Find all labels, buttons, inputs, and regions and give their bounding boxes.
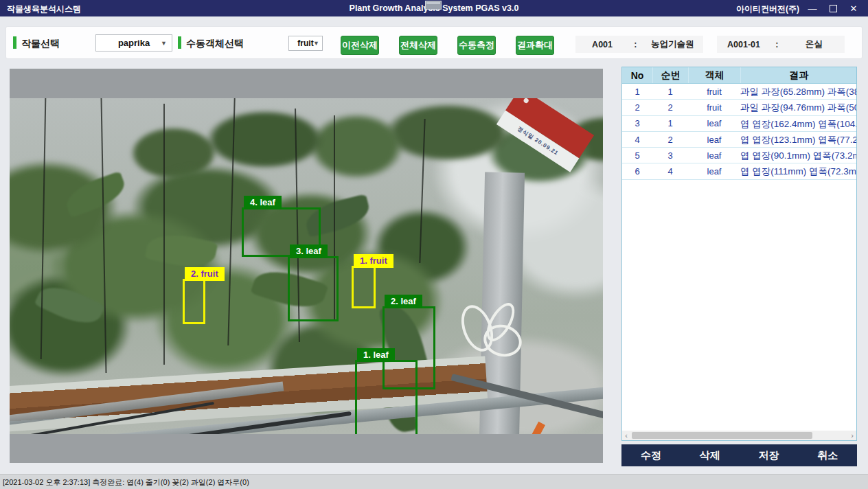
image-letterbox-top bbox=[10, 69, 603, 98]
status-bar: [2021-03-02 오후 2:37:13] 측정완료: 엽(4) 줄기(0)… bbox=[0, 474, 868, 489]
maximize-icon[interactable] bbox=[823, 0, 843, 16]
chevron-down-icon: ▼ bbox=[313, 40, 319, 47]
manual-object-value: fruit bbox=[297, 38, 313, 48]
site-code: A001 bbox=[575, 40, 629, 49]
cell-seq: 2 bbox=[652, 132, 688, 147]
image-letterbox-bottom bbox=[10, 434, 603, 463]
detection-label: 2. fruit bbox=[185, 267, 225, 281]
room-code: A001-01 bbox=[717, 40, 770, 49]
cell-no: 5 bbox=[622, 148, 652, 163]
detection-box-fruit-2[interactable]: 2. fruit bbox=[183, 279, 205, 324]
detection-label: 1. leaf bbox=[357, 348, 395, 362]
room-separator: : bbox=[770, 40, 784, 49]
table-row[interactable]: 6 4 leaf 엽 엽장(111mm) 엽폭(72.3mm) bbox=[622, 163, 856, 179]
table-row[interactable]: 5 3 leaf 엽 엽장(90.1mm) 엽폭(73.2mm) bbox=[622, 148, 856, 163]
window-controls: — ✕ bbox=[802, 0, 864, 16]
scroll-right-icon[interactable]: › bbox=[848, 431, 856, 440]
results-table-header: No 순번 객체 결과 bbox=[622, 67, 856, 84]
delete-previous-button[interactable]: 이전삭제 bbox=[341, 36, 379, 55]
cell-result: 과일 과장(65.28mm) 과폭(38.08mm) bbox=[740, 84, 856, 99]
table-row[interactable]: 4 2 leaf 엽 엽장(123.1mm) 엽폭(77.2mm) bbox=[622, 132, 856, 148]
horizontal-scrollbar[interactable]: ‹ › bbox=[622, 431, 856, 440]
header-no: No bbox=[622, 67, 652, 83]
cell-seq: 1 bbox=[652, 84, 688, 99]
support-string bbox=[163, 104, 165, 365]
cell-no: 2 bbox=[622, 100, 652, 115]
cell-object: leaf bbox=[688, 132, 740, 147]
crop-select-dropdown[interactable]: paprika ▼ bbox=[95, 34, 172, 52]
table-row[interactable]: 1 1 fruit 과일 과장(65.28mm) 과폭(38.08mm) bbox=[622, 84, 856, 100]
results-table: No 순번 객체 결과 1 1 fruit 과일 과장(65.28mm) 과폭(… bbox=[621, 67, 857, 441]
app-window: 작물생육분석시스템 Plant Growth Analysis System P… bbox=[0, 0, 868, 489]
site-separator: : bbox=[629, 40, 642, 49]
site-info-box: A001 : 농업기술원 bbox=[575, 36, 703, 53]
accent-bar bbox=[178, 36, 181, 49]
manual-object-label: 수동객체선택 bbox=[186, 38, 244, 50]
scroll-left-icon[interactable]: ‹ bbox=[622, 431, 630, 440]
manual-measure-button[interactable]: 수동측정 bbox=[457, 36, 496, 55]
greenhouse-photo: 정식일 20.09.21 4. leaf 3. leaf 1. fruit bbox=[10, 98, 603, 434]
cell-object: leaf bbox=[688, 163, 740, 179]
cell-no: 3 bbox=[622, 116, 652, 131]
cell-object: leaf bbox=[688, 148, 740, 163]
manual-object-dropdown[interactable]: fruit ▼ bbox=[288, 36, 323, 51]
window-preview-icon bbox=[425, 1, 442, 10]
delete-all-button[interactable]: 전체삭제 bbox=[399, 36, 437, 55]
company-name: 아이티컨버전(주) bbox=[736, 3, 799, 15]
detection-label: 1. fruit bbox=[354, 254, 393, 268]
detection-box-fruit-1[interactable]: 1. fruit bbox=[352, 266, 376, 308]
room-info-box: A001-01 : 온실 bbox=[717, 36, 845, 53]
table-row[interactable]: 2 2 fruit 과일 과장(94.76mm) 과폭(50.6mm) bbox=[622, 100, 856, 115]
cell-seq: 1 bbox=[652, 116, 688, 131]
cell-no: 1 bbox=[622, 84, 652, 99]
room-name: 온실 bbox=[784, 38, 845, 50]
minimize-icon[interactable]: — bbox=[802, 0, 823, 16]
title-bar: 작물생육분석시스템 Plant Growth Analysis System P… bbox=[0, 0, 868, 16]
detection-box-leaf-1[interactable]: 1. leaf bbox=[355, 360, 418, 434]
detection-label: 3. leaf bbox=[290, 244, 328, 258]
header-result: 결과 bbox=[740, 67, 856, 83]
maximize-glyph bbox=[830, 5, 837, 12]
accent-bar bbox=[13, 36, 16, 49]
cell-result: 엽 엽장(123.1mm) 엽폭(77.2mm) bbox=[740, 132, 856, 147]
site-name: 농업기술원 bbox=[642, 38, 703, 50]
status-text: [2021-03-02 오후 2:37:13] 측정완료: 엽(4) 줄기(0)… bbox=[3, 477, 249, 488]
cell-result: 과일 과장(94.76mm) 과폭(50.6mm) bbox=[740, 100, 856, 115]
edit-button[interactable]: 수정 bbox=[621, 444, 681, 466]
cell-object: leaf bbox=[688, 116, 740, 131]
cell-object: fruit bbox=[688, 84, 740, 99]
close-icon[interactable]: ✕ bbox=[843, 0, 864, 16]
detection-label: 2. leaf bbox=[385, 295, 422, 308]
crop-select-label: 작물선택 bbox=[21, 38, 60, 50]
detection-label: 4. leaf bbox=[244, 196, 282, 209]
enlarge-result-button[interactable]: 결과확대 bbox=[516, 36, 554, 55]
detection-box-leaf-3[interactable]: 3. leaf bbox=[288, 256, 339, 321]
table-row[interactable]: 3 1 leaf 엽 엽장(162.4mm) 엽폭(104.4mm) bbox=[622, 116, 856, 132]
cell-seq: 3 bbox=[652, 148, 688, 163]
cell-seq: 2 bbox=[652, 100, 688, 115]
cancel-button[interactable]: 취소 bbox=[798, 444, 857, 466]
action-bar: 수정 삭제 저장 취소 bbox=[621, 444, 857, 466]
save-button[interactable]: 저장 bbox=[740, 444, 799, 466]
cell-result: 엽 엽장(111mm) 엽폭(72.3mm) bbox=[740, 163, 856, 179]
delete-button[interactable]: 삭제 bbox=[681, 444, 740, 466]
cell-no: 4 bbox=[622, 132, 652, 147]
cell-result: 엽 엽장(90.1mm) 엽폭(73.2mm) bbox=[740, 148, 856, 163]
cell-seq: 4 bbox=[652, 163, 688, 179]
crop-select-value: paprika bbox=[118, 38, 150, 48]
toolbar: 작물선택 paprika ▼ 수동객체선택 fruit ▼ 이전삭제 전체삭제 … bbox=[5, 26, 863, 59]
header-seq: 순번 bbox=[652, 67, 688, 83]
camera-image-panel[interactable]: 정식일 20.09.21 4. leaf 3. leaf 1. fruit bbox=[10, 69, 603, 463]
cell-object: fruit bbox=[688, 100, 740, 115]
header-object: 객체 bbox=[688, 67, 740, 83]
cell-no: 6 bbox=[622, 163, 652, 179]
chevron-down-icon: ▼ bbox=[161, 39, 167, 46]
scrollbar-thumb[interactable] bbox=[632, 432, 812, 439]
cell-result: 엽 엽장(162.4mm) 엽폭(104.4mm) bbox=[740, 116, 856, 131]
